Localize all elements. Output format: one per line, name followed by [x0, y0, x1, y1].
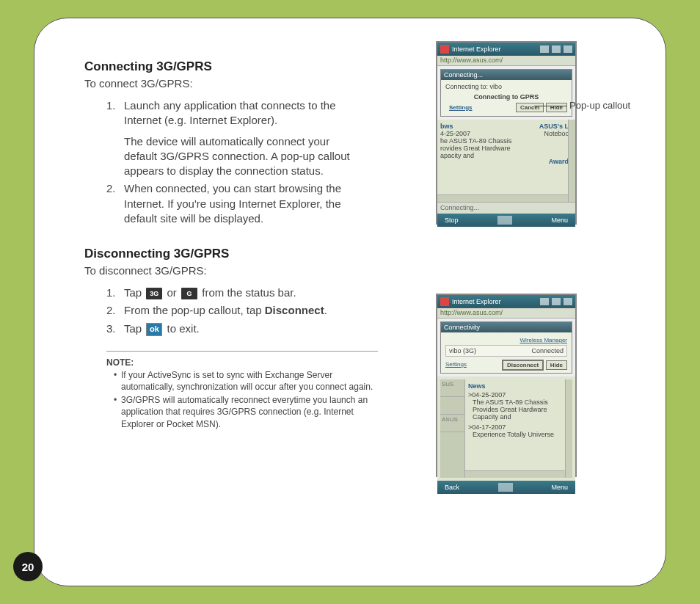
content-text: bws: [440, 123, 521, 130]
connecting-callout: Connecting... Connecting to: vibo Connec…: [440, 69, 572, 117]
device-screenshot-disconnecting: Internet Explorer http://www.asus.com/ C…: [436, 294, 577, 477]
hide-button[interactable]: Hide: [546, 360, 567, 370]
step-text: Launch any application that connects to …: [124, 99, 336, 126]
keyboard-icon[interactable]: [498, 483, 513, 492]
callout-leader-line: [534, 106, 566, 106]
softkey-bar: Back Menu: [437, 481, 575, 494]
horizontal-scrollbar[interactable]: [437, 194, 568, 202]
step-text: When connected, you can start browsing t…: [124, 182, 341, 225]
softkey-right[interactable]: Menu: [551, 484, 568, 491]
settings-link[interactable]: Settings: [445, 361, 467, 368]
softkey-left[interactable]: Stop: [445, 217, 459, 224]
browser-content: bws 4-25-2007 he ASUS TA-89 Chassis rovi…: [437, 120, 575, 202]
news-date: >04-25-2007: [468, 391, 569, 399]
g-icon: G: [181, 288, 197, 299]
step-text-pre: Tap: [124, 322, 145, 335]
connection-name: vibo (3G): [449, 347, 476, 354]
note-bullet: 3G/GPRS will automatically reconnect eve…: [114, 394, 378, 430]
browser-content: SUS ASUS News >04-25-2007 The ASUS TA-89…: [437, 376, 575, 481]
callout-header: Connectivity: [441, 322, 572, 332]
intro-disconnecting: To disconnect 3G/GPRS:: [84, 264, 636, 277]
callout-label: Pop-up callout: [569, 100, 630, 111]
callout-status: Connecting to GPRS: [445, 93, 567, 101]
device-titlebar: Internet Explorer: [437, 43, 575, 56]
step-text-pre: From the pop-up callout, tap: [124, 304, 265, 316]
content-main: News >04-25-2007 The ASUS TA-89 Chassis …: [465, 379, 572, 478]
device-screenshot-connecting: Internet Explorer http://www.asus.com/ C…: [436, 41, 577, 225]
step-number: 3.: [106, 321, 116, 336]
step-number: 2.: [106, 303, 116, 318]
sidebar-cell: SUS: [440, 379, 464, 397]
softkey-left[interactable]: Back: [445, 484, 459, 491]
device-title: Internet Explorer: [452, 298, 501, 305]
news-heading: News: [468, 382, 569, 390]
hide-button[interactable]: Hide: [546, 103, 567, 112]
step-number: 2.: [106, 181, 116, 196]
connectivity-callout: Connectivity Wireless Manager vibo (3G) …: [440, 321, 572, 374]
3g-icon: 3G: [146, 288, 162, 299]
step-text-bold: Disconnect: [265, 304, 324, 316]
disconnect-button[interactable]: Disconnect: [502, 360, 544, 371]
callout-line: Connecting to: vibo: [445, 83, 567, 90]
step-2: 2. When connected, you can start browsin…: [106, 181, 365, 226]
step-text-post: from the status bar.: [199, 286, 296, 299]
content-sidebar: SUS ASUS: [440, 379, 465, 478]
wireless-manager-link[interactable]: Wireless Manager: [520, 337, 567, 343]
ok-icon: ok: [146, 323, 162, 336]
news-text: Experience Totally Universe: [468, 431, 569, 438]
windows-icon: [440, 297, 449, 306]
status-bar: Connecting...: [437, 202, 575, 214]
note-bullet: If your ActiveSync is set to sync with E…: [114, 369, 378, 393]
settings-link[interactable]: Settings: [445, 103, 476, 112]
softkey-right[interactable]: Menu: [551, 217, 568, 224]
sidebar-cell: ASUS: [440, 415, 464, 432]
note-bullets: If your ActiveSync is set to sync with E…: [114, 369, 378, 430]
step-number: 1.: [106, 285, 116, 300]
signal-icon: [540, 46, 549, 53]
close-icon: [564, 298, 572, 305]
step-text-pre: Tap: [124, 286, 145, 299]
news-text: The ASUS TA-89 Chassis Provides Great Ha…: [468, 399, 569, 421]
address-bar: http://www.asus.com/: [437, 308, 575, 319]
step-text-or: or: [164, 286, 180, 299]
softkey-bar: Stop Menu: [437, 214, 575, 227]
step-3: 3. Tap ok to exit.: [106, 321, 365, 336]
keyboard-icon[interactable]: [497, 216, 512, 225]
content-text: 4-25-2007: [440, 130, 521, 137]
heading-disconnecting: Disconnecting 3G/GPRS: [84, 247, 636, 261]
callout-body: Connecting to: vibo Connecting to GPRS S…: [441, 80, 572, 116]
note-block: NOTE: If your ActiveSync is set to sync …: [106, 351, 378, 430]
speaker-icon: [552, 46, 561, 53]
step-text-post: to exit.: [164, 322, 199, 335]
news-date: >04-17-2007: [468, 423, 569, 431]
step-2: 2. From the pop-up callout, tap Disconne…: [106, 303, 365, 318]
vertical-scrollbar[interactable]: [568, 120, 575, 202]
cancel-button[interactable]: Cancel: [516, 103, 544, 112]
speaker-icon: [552, 298, 561, 305]
windows-icon: [440, 45, 449, 54]
callout-header: Connecting...: [441, 70, 572, 80]
device-title: Internet Explorer: [452, 46, 501, 53]
callout-body: Wireless Manager vibo (3G) Connected Set…: [441, 332, 572, 373]
step-1: 1. Launch any application that connects …: [106, 98, 365, 178]
close-icon: [564, 46, 572, 53]
step-subtext: The device will automatically connect yo…: [124, 134, 365, 179]
horizontal-scrollbar[interactable]: [465, 470, 565, 478]
step-text-post: .: [324, 304, 327, 316]
signal-icon: [540, 298, 549, 305]
sidebar-cell: [440, 397, 464, 415]
device-titlebar: Internet Explorer: [437, 295, 575, 308]
note-title: NOTE:: [106, 357, 378, 368]
connection-state: Connected: [531, 347, 564, 354]
address-bar: http://www.asus.com/: [437, 56, 575, 66]
vertical-scrollbar[interactable]: [565, 379, 572, 478]
content-text: he ASUS TA-89 Chassis rovides Great Hard…: [440, 137, 521, 159]
page-number-badge: 20: [13, 552, 43, 581]
step-number: 1.: [106, 98, 116, 113]
step-1: 1. Tap 3G or G from the status bar.: [106, 285, 365, 300]
